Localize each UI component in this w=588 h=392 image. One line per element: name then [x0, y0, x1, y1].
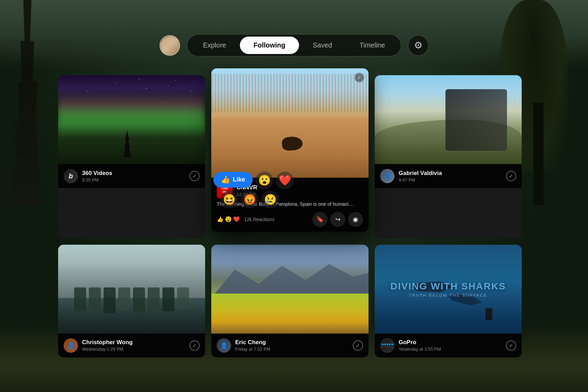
card-gabriel[interactable]: 👤 Gabriel Valdivia 9:47 PM ✓ [375, 75, 522, 239]
card-check-eric[interactable]: ✓ [353, 340, 363, 351]
card-name-christopher: Christopher Wong [82, 339, 185, 346]
gopro-dot-off [391, 346, 393, 348]
person-silhouette [177, 287, 189, 309]
card-info-360videos: 360 Videos 9:35 PM [82, 170, 185, 183]
card-360videos[interactable]: b 360 Videos 9:35 PM ✓ [58, 75, 205, 239]
card-eric[interactable]: 👤 Eric Cheng Friday at 7:32 PM ✓ [211, 245, 369, 357]
reaction-count: 12k Reactions [244, 217, 275, 222]
person-silhouette [162, 287, 174, 311]
tab-following[interactable]: Following [240, 37, 299, 54]
tree-trunk-right [533, 103, 544, 205]
eric-avatar-icon: 👤 [220, 342, 228, 349]
gopro-dot-off [389, 346, 391, 348]
card-info-eric: Eric Cheng Friday at 7:32 PM [235, 339, 349, 352]
gopro-dot-off [384, 346, 386, 348]
bulls-arena [211, 74, 369, 112]
card-footer-christopher: 👤 Christopher Wong Wednesday 1:29 PM ✓ [58, 334, 205, 357]
reaction-heart: ❤️ [233, 216, 240, 222]
reaction-wow: 😮 [225, 216, 232, 222]
card-check-christopher[interactable]: ✓ [189, 340, 200, 351]
card-avatar-gopro [380, 338, 395, 353]
card-gopro[interactable]: DIVING WITH SHARKS TRUTH BELOW THE SURFA… [375, 245, 522, 357]
gopro-dot-off [382, 346, 384, 348]
card-footer-360videos: b 360 Videos 9:35 PM ✓ [58, 164, 205, 188]
card-check-gopro[interactable]: ✓ [506, 340, 516, 351]
more-button[interactable]: ◉ [348, 212, 363, 227]
card-image-sharks: DIVING WITH SHARKS TRUTH BELOW THE SURFA… [375, 245, 522, 334]
user-avatar[interactable] [160, 35, 180, 56]
settings-button[interactable]: ⚙ [408, 35, 428, 56]
popup-row2: 😆 😡 😢 [220, 191, 294, 208]
cnnvr-actions: 🔖 ↪ ◉ [312, 212, 363, 227]
card-check-gabriel[interactable]: ✓ [506, 171, 516, 181]
card-time-360videos: 9:35 PM [82, 177, 185, 183]
sharks-subtitle-text: TRUTH BELOW THE SURFACE [375, 293, 522, 297]
card-info-gabriel: Gabriel Valdivia 9:47 PM [399, 170, 502, 183]
gopro-dot [384, 343, 386, 345]
card-christopher[interactable]: 👤 Christopher Wong Wednesday 1:29 PM ✓ [58, 245, 205, 357]
beats-icon: b [69, 172, 73, 180]
share-button[interactable]: ↪ [330, 212, 345, 227]
reaction-thumbs: 👍 [217, 216, 224, 222]
sharks-diver [485, 308, 492, 320]
gopro-dot [391, 343, 393, 345]
person-silhouette [89, 287, 101, 310]
gabriel-avatar-icon: 👤 [384, 172, 391, 180]
nav-tabs: Explore Following Saved Timeline [187, 34, 401, 56]
card-time-christopher: Wednesday 1:29 PM [82, 347, 185, 352]
card-cnnvr[interactable]: ✓ CNN VR CNNVR 12:34 PM The Running of t… [211, 68, 369, 232]
thumbs-up-icon: 👍 [221, 175, 230, 184]
card-name-360videos: 360 Videos [82, 170, 185, 177]
gopro-dot [387, 343, 388, 345]
cnnvr-footer: CNN VR CNNVR 12:34 PM The Running of the… [211, 178, 369, 232]
landscape-mountains [211, 262, 369, 298]
people-row [58, 287, 205, 313]
gopro-dot [382, 343, 384, 345]
emoji-wow[interactable]: 😮 [255, 172, 273, 189]
card-image-outdoor [375, 75, 522, 164]
person-silhouette [74, 287, 86, 311]
cnnvr-reactions-row: 👍 Like 😮 ❤️ 😆 😡 😢 👍 😮 ❤️ [217, 212, 363, 227]
reaction-emojis-inline: 👍 😮 ❤️ [217, 216, 240, 222]
landscape-trees [211, 294, 369, 334]
card-avatar-beats: b [64, 169, 78, 183]
outdoor-people [445, 89, 507, 151]
card-avatar-eric: 👤 [217, 338, 231, 353]
like-label: Like [233, 176, 245, 183]
emoji-haha[interactable]: 😆 [220, 191, 238, 208]
card-footer-gabriel: 👤 Gabriel Valdivia 9:47 PM ✓ [375, 164, 522, 188]
card-info-gopro: GoPro Yesterday at 3:55 PM [399, 339, 502, 352]
person-silhouette [104, 287, 116, 313]
cards-grid: b 360 Videos 9:35 PM ✓ ✓ CNN VR [58, 75, 530, 357]
card-footer-eric: 👤 Eric Cheng Friday at 7:32 PM ✓ [211, 334, 369, 357]
emoji-angry[interactable]: 😡 [241, 191, 258, 208]
card-name-eric: Eric Cheng [235, 339, 349, 346]
person-silhouette [133, 287, 145, 312]
tab-timeline[interactable]: Timeline [346, 37, 399, 54]
card-time-gopro: Yesterday at 3:55 PM [399, 347, 502, 352]
bookmark-button[interactable]: 🔖 [312, 212, 328, 227]
card-name-gabriel: Gabriel Valdivia [399, 170, 502, 177]
avatar-image [161, 37, 178, 54]
tab-explore[interactable]: Explore [189, 37, 240, 54]
gopro-dot [389, 343, 391, 345]
tab-saved[interactable]: Saved [299, 37, 346, 54]
emoji-sad[interactable]: 😢 [261, 191, 279, 208]
card-name-gopro: GoPro [399, 339, 502, 346]
card-check-360videos[interactable]: ✓ [189, 171, 200, 181]
person-silhouette [148, 287, 160, 310]
emoji-heart[interactable]: ❤️ [276, 172, 294, 189]
popup-row1: 👍 Like 😮 ❤️ [213, 172, 294, 189]
sharks-title-text: DIVING WITH SHARKS [375, 281, 522, 292]
chris-avatar-icon: 👤 [67, 342, 75, 349]
card-footer-gopro: GoPro Yesterday at 3:55 PM ✓ [375, 334, 522, 357]
card-check-cnnvr[interactable]: ✓ [354, 72, 364, 83]
nav-bar: Explore Following Saved Timeline ⚙ [160, 34, 429, 56]
card-info-christopher: Christopher Wong Wednesday 1:29 PM [82, 339, 185, 352]
like-button[interactable]: 👍 Like [213, 172, 253, 188]
aurora-effect [58, 93, 205, 137]
gopro-dot-off [387, 346, 388, 348]
card-image-bulls: ✓ [211, 68, 369, 178]
gopro-dots-grid [382, 343, 393, 348]
card-image-group [58, 245, 205, 334]
